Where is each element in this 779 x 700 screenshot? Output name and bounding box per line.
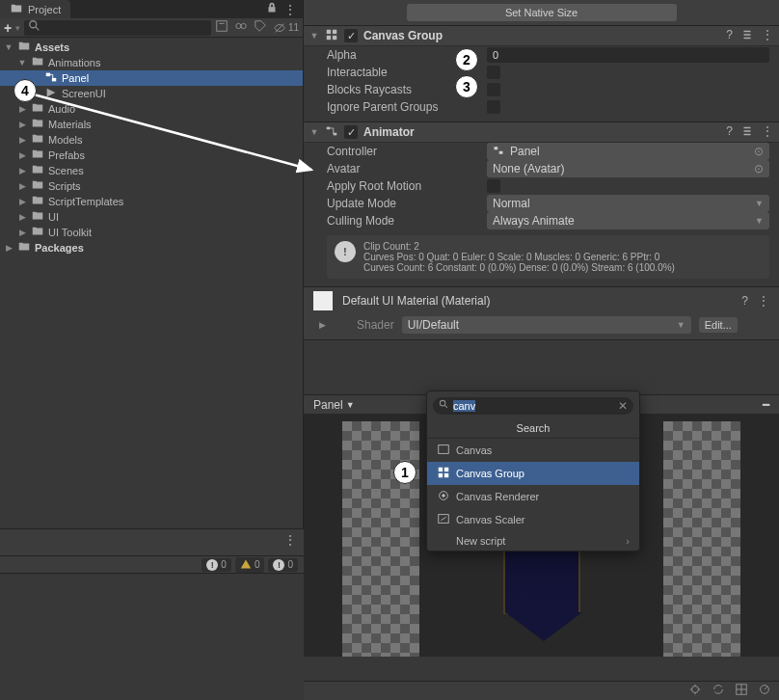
project-panel: Project ⋮ + ▾ 11 ▼: [0, 0, 304, 555]
popup-item-canvas-scaler[interactable]: Canvas Scaler: [427, 508, 639, 531]
popup-item-label: Canvas Group: [456, 468, 524, 479]
expand-icon[interactable]: ▶: [319, 320, 326, 330]
shader-dropdown[interactable]: UI/Default ▼: [402, 316, 691, 334]
project-tree: ▼ Assets ▼ Animations Panel ScreenUI ▶Au…: [0, 38, 303, 257]
culling-mode-value: Always Animate: [493, 214, 575, 228]
visibility-icon[interactable]: 11: [273, 21, 299, 35]
alpha-field: Alpha 0: [304, 46, 779, 64]
project-footer: ⋮: [0, 528, 304, 555]
chevron-down-icon: ▼: [677, 320, 685, 330]
kebab-icon[interactable]: ⋮: [762, 28, 773, 44]
project-tab[interactable]: Project: [0, 0, 70, 18]
tree-label: UI Toolkit: [48, 227, 92, 238]
culling-mode-dropdown[interactable]: Always Animate ▼: [487, 212, 769, 229]
tree-scripts[interactable]: ▶Scripts: [0, 178, 303, 194]
interactable-checkbox[interactable]: [487, 66, 500, 79]
tree-materials[interactable]: ▶Materials: [0, 117, 303, 132]
expand-icon[interactable]: ▶: [17, 104, 27, 114]
field-label: Culling Mode: [327, 214, 481, 228]
help-icon[interactable]: ?: [726, 124, 733, 141]
tree-ui[interactable]: ▶UI: [0, 209, 303, 225]
alpha-input[interactable]: 0: [487, 47, 769, 63]
apply-root-motion-checkbox[interactable]: [487, 179, 500, 193]
project-search[interactable]: [24, 20, 211, 36]
canvas-group-header[interactable]: ▼ Canvas Group ? ⋮: [304, 25, 779, 46]
expand-icon[interactable]: ▼: [17, 58, 27, 67]
popup-item-canvas[interactable]: Canvas: [427, 439, 639, 462]
popup-item-canvas-group[interactable]: Canvas Group: [427, 462, 639, 485]
tree-label: ScreenUI: [62, 88, 106, 99]
label-filter-icon[interactable]: [254, 19, 267, 36]
help-icon[interactable]: ?: [726, 28, 733, 44]
tree-assets[interactable]: ▼ Assets: [0, 40, 303, 55]
popup-item-canvas-renderer[interactable]: Canvas Renderer: [427, 485, 639, 508]
blocks-raycasts-checkbox[interactable]: [487, 83, 500, 96]
material-header[interactable]: Default UI Material (Material) ? ⋮: [304, 286, 779, 314]
update-mode-dropdown[interactable]: Normal ▼: [487, 195, 769, 212]
object-picker-icon[interactable]: ⊙: [754, 145, 764, 158]
tree-screenui[interactable]: ScreenUI: [0, 86, 303, 101]
expand-icon[interactable]: ▶: [17, 228, 27, 237]
popup-item-new-script[interactable]: New script ›: [427, 531, 639, 551]
expand-icon[interactable]: ▼: [309, 127, 319, 137]
expand-icon[interactable]: ▶: [4, 243, 13, 253]
expand-icon[interactable]: ▶: [17, 197, 27, 206]
material-swatch: [313, 291, 333, 310]
expand-icon[interactable]: ▶: [17, 212, 27, 222]
expand-icon[interactable]: ▶: [17, 150, 27, 160]
tree-animations[interactable]: ▼ Animations: [0, 55, 303, 70]
tree-uitoolkit[interactable]: ▶UI Toolkit: [0, 225, 303, 240]
tree-models[interactable]: ▶Models: [0, 132, 303, 148]
popup-search-input[interactable]: [453, 400, 614, 412]
expand-icon[interactable]: ▼: [309, 31, 319, 40]
expand-icon[interactable]: ▶: [17, 120, 27, 129]
console-info[interactable]: ! 0: [201, 558, 231, 572]
kebab-icon[interactable]: ⋮: [277, 529, 304, 551]
expand-icon[interactable]: ▶: [17, 166, 27, 175]
console-error[interactable]: ! 0: [268, 558, 298, 572]
apply-root-motion-field: Apply Root Motion: [304, 177, 779, 195]
tree-packages[interactable]: ▶Packages: [0, 240, 303, 256]
shader-value: UI/Default: [408, 318, 459, 332]
preview-menu-icon[interactable]: ━: [763, 398, 769, 412]
console-warn[interactable]: 0: [235, 557, 265, 573]
expand-icon[interactable]: ▶: [17, 135, 27, 145]
type-filter-icon[interactable]: [234, 19, 248, 36]
animator-header[interactable]: ▼ Animator ? ⋮: [304, 121, 779, 143]
preset-icon[interactable]: [740, 124, 754, 141]
component-enabled-checkbox[interactable]: [344, 125, 358, 139]
auto-refresh-icon[interactable]: [712, 683, 725, 699]
kebab-icon[interactable]: ⋮: [762, 124, 773, 141]
popup-search-field[interactable]: ✕: [433, 397, 633, 415]
ignore-parent-checkbox[interactable]: [487, 100, 500, 114]
tree-audio[interactable]: ▶Audio: [0, 101, 303, 117]
lock-icon[interactable]: [265, 1, 279, 17]
controller-object-field[interactable]: Panel ⊙: [487, 143, 769, 160]
tree-panel[interactable]: Panel: [0, 70, 303, 86]
tree-label: Prefabs: [48, 149, 85, 161]
folder-icon: [31, 132, 44, 148]
tree-label: Models: [48, 134, 82, 146]
bug-icon[interactable]: [688, 683, 702, 699]
help-icon[interactable]: ?: [741, 294, 748, 308]
tree-scenes[interactable]: ▶Scenes: [0, 163, 303, 178]
kebab-icon[interactable]: ⋮: [758, 294, 769, 308]
tree-scripttemplates[interactable]: ▶ScriptTemplates: [0, 194, 303, 209]
filter-icon[interactable]: [215, 19, 228, 36]
kebab-icon[interactable]: ⋮: [284, 3, 295, 16]
avatar-object-field[interactable]: None (Avatar) ⊙: [487, 160, 769, 177]
progress-icon[interactable]: [758, 683, 771, 699]
add-icon[interactable]: +: [4, 20, 12, 36]
preset-icon[interactable]: [740, 28, 754, 44]
clear-icon[interactable]: ✕: [618, 399, 628, 413]
component-enabled-checkbox[interactable]: [344, 29, 358, 42]
expand-icon[interactable]: ▶: [17, 181, 27, 191]
tree-label: Scenes: [48, 165, 84, 176]
grid-icon[interactable]: [735, 683, 748, 699]
object-picker-icon[interactable]: ⊙: [754, 162, 764, 175]
edit-shader-button[interactable]: Edit...: [699, 317, 738, 333]
expand-icon[interactable]: ▼: [4, 42, 13, 52]
tree-prefabs[interactable]: ▶Prefabs: [0, 148, 303, 163]
set-native-size-button[interactable]: Set Native Size: [407, 4, 677, 21]
callout-3: 3: [455, 75, 478, 98]
